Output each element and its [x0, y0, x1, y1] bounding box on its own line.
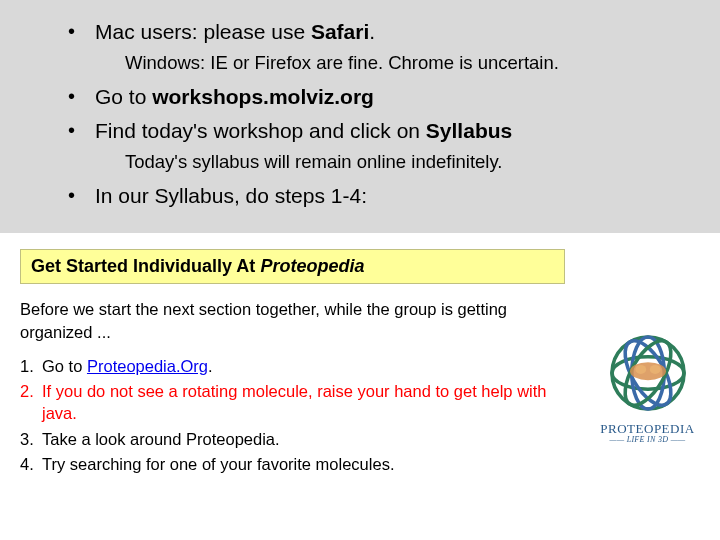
text: Mac users: please use — [95, 20, 311, 43]
intro-text: Before we start the next section togethe… — [20, 298, 540, 343]
italic-text: Proteopedia — [260, 256, 364, 276]
instructions-panel: Mac users: please use Safari. Windows: I… — [0, 0, 720, 233]
steps-panel: Get Started Individually At Proteopedia … — [0, 233, 720, 488]
text: LIFE IN 3D — [627, 435, 669, 444]
step-item-warning: If you do not see a rotating molecule, r… — [20, 380, 580, 425]
bullet-list: Mac users: please use Safari. Windows: I… — [30, 18, 690, 209]
bold-text: Safari — [311, 20, 369, 43]
bullet-item: In our Syllabus, do steps 1-4: — [30, 182, 690, 209]
steps-list: Go to Proteopedia.Org. If you do not see… — [20, 355, 580, 475]
step-item: Go to Proteopedia.Org. — [20, 355, 580, 377]
sub-note: Windows: IE or Firefox are fine. Chrome … — [30, 51, 690, 75]
svg-point-5 — [630, 362, 666, 380]
globe-icon — [603, 328, 693, 418]
bullet-item: Find today's workshop and click on Sylla… — [30, 117, 690, 144]
section-heading-box: Get Started Individually At Proteopedia — [20, 249, 565, 284]
step-item: Try searching for one of your favorite m… — [20, 453, 580, 475]
text: . — [369, 20, 375, 43]
logo-name: PROTEOPEDIA — [595, 422, 700, 435]
text: Find today's workshop and click on — [95, 119, 426, 142]
svg-point-7 — [649, 365, 660, 374]
bold-text: Syllabus — [426, 119, 512, 142]
bullet-item: Go to workshops.molviz.org — [30, 83, 690, 110]
bold-text: workshops.molviz.org — [152, 85, 374, 108]
text: Get Started Individually At — [31, 256, 260, 276]
bullet-item: Mac users: please use Safari. — [30, 18, 690, 45]
text: Go to — [42, 357, 87, 375]
sub-note: Today's syllabus will remain online inde… — [30, 150, 690, 174]
svg-point-6 — [635, 365, 646, 374]
text: . — [208, 357, 213, 375]
text: In our Syllabus, do steps 1-4: — [95, 184, 367, 207]
text: Go to — [95, 85, 152, 108]
section-heading: Get Started Individually At Proteopedia — [31, 256, 364, 276]
step-item: Take a look around Proteopedia. — [20, 428, 580, 450]
logo-tagline: —— LIFE IN 3D —— — [595, 435, 700, 444]
proteopedia-link[interactable]: Proteopedia.Org — [87, 357, 208, 375]
proteopedia-logo: PROTEOPEDIA —— LIFE IN 3D —— — [595, 328, 700, 444]
